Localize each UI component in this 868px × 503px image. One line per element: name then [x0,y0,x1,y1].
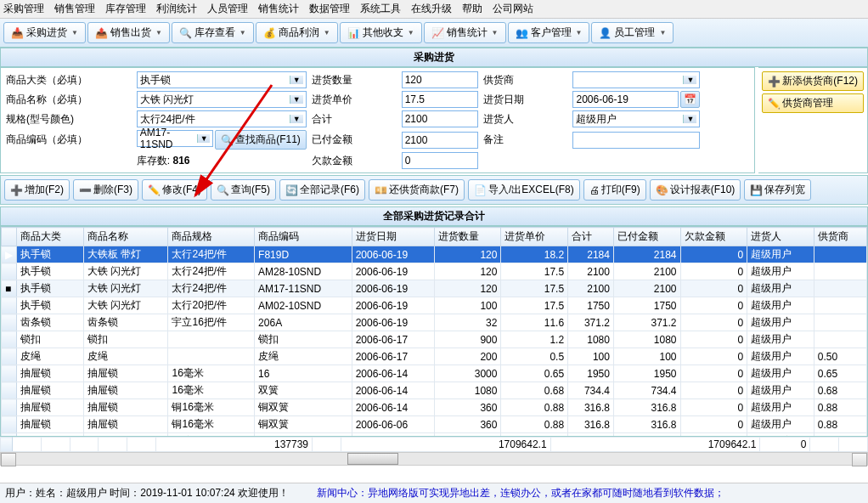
toolbar-button[interactable]: 💰商品利润▼ [256,22,338,43]
column-header[interactable]: 进货日期 [352,228,434,246]
action-button[interactable]: 🔄全部记录(F6) [279,179,365,201]
column-header[interactable]: 商品规格 [168,228,255,246]
horizontal-scrollbar[interactable] [0,452,868,466]
cell: 超级用户 [747,331,814,348]
name-combo[interactable]: 大铁 闪光灯▼ [137,91,307,108]
total-cell [839,438,868,452]
supplier-combo[interactable]: ▼ [572,71,700,88]
cell: 0 [680,382,747,399]
cell: 抽屉锁 [83,382,168,399]
action-button[interactable]: ➕增加(F2) [4,179,70,201]
calendar-icon[interactable]: 📅 [680,91,700,108]
column-header[interactable]: 已付金额 [613,228,680,246]
total-cell [41,438,70,452]
cell: 皮绳 [255,348,352,365]
column-header[interactable]: 商品大类 [17,228,84,246]
menu-item[interactable]: 人员管理 [207,3,248,14]
column-header[interactable]: 进货单价 [501,228,568,246]
menu-item[interactable]: 系统工具 [360,3,401,14]
action-button[interactable]: 🔍查询(F5) [211,179,276,201]
action-icon: 💾 [750,184,763,196]
column-header[interactable]: 商品编码 [255,228,352,246]
cell: 0 [680,416,747,433]
toolbar-button[interactable]: 📥采购进货▼ [3,22,86,43]
toolbar-button[interactable]: 📊其他收支▼ [340,22,422,43]
column-header[interactable]: 欠款金额 [680,228,747,246]
menubar: 采购管理销售管理库存管理利润统计人员管理销售统计数据管理系统工具在线升级帮助公司… [0,0,868,19]
menu-item[interactable]: 利润统计 [156,3,197,14]
table-row[interactable]: ▶执手锁大铁板 带灯太行24把/件F819D2006-06-1912018.22… [2,246,867,263]
table-row[interactable]: 抽屉锁抽屉锁16毫米162006-06-1430000.65195019500超… [2,365,867,382]
menu-item[interactable]: 数据管理 [309,3,350,14]
cell: 2006-06-06 [352,416,434,433]
toolbar-button[interactable]: 👥客户管理▼ [508,22,590,43]
action-button[interactable]: ✏️修改(F4) [142,179,207,201]
column-header[interactable]: 进货人 [747,228,814,246]
total-cell [99,438,127,452]
price-input[interactable] [402,91,478,108]
table-row[interactable]: 执手锁大铁 闪光灯太行20把/件AM02-10SND2006-06-191001… [2,297,867,314]
cell: 120 [434,263,501,280]
spec-combo[interactable]: 太行24把/件▼ [137,110,307,127]
cell: 2006-06-19 [352,246,434,263]
menu-item[interactable]: 销售统计 [258,3,299,14]
total-input[interactable] [402,110,478,127]
action-button[interactable]: 🎨设计报表(F10) [650,179,741,201]
cell: 2006-06-14 [352,399,434,416]
label-date: 进货日期 [483,93,568,107]
action-label: 设计报表(F10) [670,183,736,197]
cell: 360 [434,416,501,433]
cell: 0 [680,246,747,263]
cell: 2006-06-19 [352,263,434,280]
table-row[interactable]: 执手锁大铁 闪光灯太行24把/件AM28-10SND2006-06-191201… [2,263,867,280]
column-header[interactable]: 商品名称 [83,228,168,246]
code-combo[interactable]: AM17-11SND▼ [137,130,213,147]
cell: 206A [255,314,352,331]
owed-input[interactable] [402,152,478,169]
person-combo[interactable]: 超级用户▼ [572,110,700,127]
toolbar-button[interactable]: 📈销售统计▼ [424,22,506,43]
menu-item[interactable]: 销售管理 [54,3,95,14]
cell: AM17-11SND [255,280,352,297]
new-supplier-button[interactable]: ➕新添供货商(F12) [762,71,864,91]
column-header[interactable]: 进货数量 [434,228,501,246]
action-icon: ➖ [79,184,92,196]
cell: 皮绳 [83,348,168,365]
label-category: 商品大类（必填） [6,73,132,88]
table-row[interactable]: ■执手锁大铁 闪光灯太行24把/件AM17-11SND2006-06-19120… [2,280,867,297]
label-code: 商品编码（必填） [6,133,132,147]
action-button[interactable]: 🖨打印(F9) [583,179,646,201]
table-row[interactable]: 抽屉锁抽屉锁铜16毫米铜双簧2006-06-063600.88316.8316.… [2,416,867,433]
table-row[interactable]: 抽屉锁抽屉锁16毫米双簧2006-06-1410800.68734.4734.4… [2,382,867,399]
action-button[interactable]: ➖删除(F3) [73,179,138,201]
qty-input[interactable] [402,71,478,88]
table-row[interactable]: 抽屉锁抽屉锁铜16毫米铜双簧2006-06-143600.88316.8316.… [2,399,867,416]
action-button[interactable]: 📄导入/出EXCEL(F8) [468,179,580,201]
manage-supplier-button[interactable]: ✏️供货商管理 [762,93,864,113]
toolbar-button[interactable]: 🔍库存查看▼ [172,22,254,43]
menu-item[interactable]: 帮助 [462,3,482,14]
column-header[interactable]: 供货商 [814,228,866,246]
cell: 超级用户 [747,399,814,416]
remark-input[interactable] [572,132,700,149]
table-row[interactable]: 锁扣锁扣锁扣2006-06-179001.2108010800超级用户 [2,331,867,348]
category-combo[interactable]: 执手锁▼ [137,71,307,88]
table-row[interactable]: 皮绳皮绳皮绳2006-06-172000.51001000超级用户0.50 [2,348,867,365]
toolbar-button[interactable]: 📤销售出货▼ [87,22,170,43]
cell: 0.88 [501,416,568,433]
action-button[interactable]: 💴还供货商款(F7) [369,179,465,201]
column-header[interactable]: 合计 [568,228,614,246]
cell: 0.88 [814,416,866,433]
toolbar-button[interactable]: 👤员工管理▼ [591,22,674,43]
menu-item[interactable]: 公司网站 [493,3,533,14]
paid-input[interactable] [402,132,478,149]
action-button[interactable]: 💾保存列宽 [744,179,811,201]
form-area: 商品大类（必填） 执手锁▼ 进货数量 供货商 ▼ 商品名称（必填） 大铁 闪光灯… [0,67,755,173]
find-product-button[interactable]: 🔍查找商品(F11) [215,130,307,150]
menu-item[interactable]: 库存管理 [105,3,146,14]
data-grid[interactable]: 商品大类商品名称商品规格商品编码进货日期进货数量进货单价合计已付金额欠款金额进货… [0,226,868,437]
table-row[interactable]: 齿条锁齿条锁宇立16把/件206A2006-06-193211.6371.237… [2,314,867,331]
menu-item[interactable]: 在线升级 [411,3,452,14]
date-input[interactable] [572,91,679,108]
menu-item[interactable]: 采购管理 [3,3,44,14]
